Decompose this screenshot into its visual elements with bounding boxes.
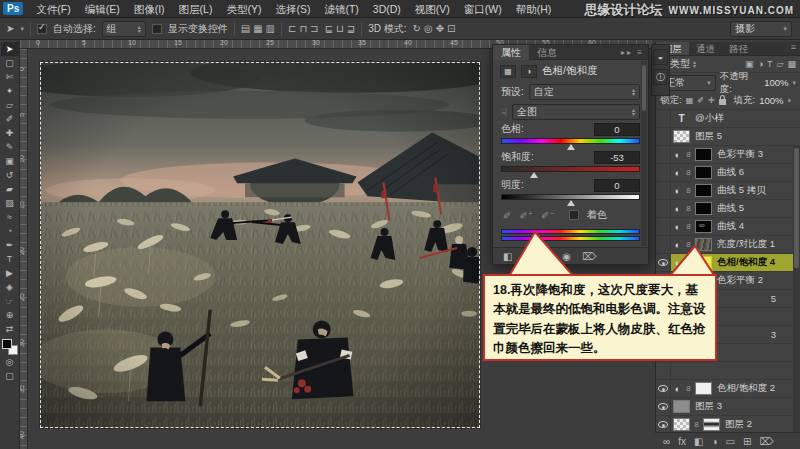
document-photo[interactable] bbox=[40, 62, 480, 428]
layer-name[interactable]: 图层 5 bbox=[695, 130, 722, 143]
align-icon-2[interactable]: ⊐ bbox=[310, 23, 318, 34]
filter-kind-icon-4[interactable]: ▩ bbox=[787, 59, 796, 69]
menu-item-3[interactable]: 图层(L) bbox=[172, 0, 220, 18]
brush-tool[interactable]: ✎ bbox=[1, 140, 19, 154]
eraser-tool[interactable]: ▰ bbox=[1, 182, 19, 196]
zoom-tool[interactable]: ⊕ bbox=[1, 308, 19, 322]
distribute-icon-1[interactable]: ⊔ bbox=[336, 23, 344, 34]
eyedropper-add-icon[interactable]: ✐⁺ bbox=[519, 210, 533, 221]
saturation-slider-handle[interactable] bbox=[530, 172, 538, 178]
layer-name[interactable]: 图层 3 bbox=[695, 400, 722, 413]
add-mask-icon[interactable]: ◧ bbox=[694, 436, 703, 447]
hue-slider-handle[interactable] bbox=[567, 144, 575, 150]
new-group-icon[interactable]: ▭ bbox=[725, 436, 734, 447]
layer-row[interactable]: ◐8曲线 5 拷贝 bbox=[656, 182, 800, 200]
quick-mask-icon[interactable]: ◎ bbox=[1, 355, 19, 369]
filter-kind-icon-3[interactable]: ▱ bbox=[777, 59, 784, 69]
menu-item-2[interactable]: 图像(I) bbox=[127, 0, 172, 18]
layer-mask-thumbnail[interactable] bbox=[695, 202, 712, 215]
auto-select-dropdown[interactable]: 组 ▴▾ bbox=[102, 21, 146, 37]
channel-dropdown[interactable]: 全图 ▴▾ bbox=[512, 104, 640, 120]
layer-row[interactable]: ◐8亮度/对比度 1 bbox=[656, 236, 800, 254]
layer-row-fragment[interactable] bbox=[656, 362, 800, 380]
layer-mask-thumbnail[interactable]: ∞ bbox=[695, 220, 712, 233]
previous-state-icon[interactable]: ⊙ bbox=[523, 251, 531, 262]
layer-name[interactable]: 曲线 6 bbox=[717, 166, 744, 179]
layer-visibility-toggle[interactable] bbox=[656, 200, 671, 217]
opacity-value[interactable]: 100% bbox=[764, 77, 788, 88]
lock-transparency-icon[interactable]: ▦ bbox=[686, 96, 694, 105]
menu-item-10[interactable]: 帮助(H) bbox=[509, 0, 559, 18]
adjustments-panel-icon[interactable]: ◒ bbox=[653, 49, 668, 65]
preset-dropdown[interactable]: 自定 ▴▾ bbox=[529, 84, 640, 100]
gradient-tool[interactable]: ▧ bbox=[1, 196, 19, 210]
move-tool[interactable]: ➤ bbox=[1, 42, 19, 56]
layer-row[interactable]: ◐8曲线 6 bbox=[656, 164, 800, 182]
layer-row[interactable]: ◐8色相/饱和度 2 bbox=[656, 380, 800, 398]
layer-thumbnail[interactable] bbox=[673, 130, 690, 143]
screen-mode-icon[interactable]: ▢ bbox=[1, 369, 19, 383]
link-layers-icon[interactable]: ∞ bbox=[663, 436, 670, 447]
saturation-slider[interactable] bbox=[501, 164, 640, 176]
menu-item-4[interactable]: 类型(Y) bbox=[219, 0, 268, 18]
delete-layer-icon[interactable]: ⌦ bbox=[759, 436, 773, 447]
layer-row[interactable]: ◐8曲线 5 bbox=[656, 200, 800, 218]
path-select-tool[interactable]: ▶ bbox=[1, 266, 19, 280]
tool-preset-arrow-icon[interactable]: ▾ bbox=[20, 25, 24, 33]
layer-visibility-toggle[interactable] bbox=[656, 416, 671, 433]
layer-name[interactable]: 曲线 4 bbox=[717, 220, 744, 233]
history-brush-tool[interactable]: ↺ bbox=[1, 168, 19, 182]
panel-menu-icon[interactable]: ≡ bbox=[791, 42, 800, 55]
layer-mask-thumbnail[interactable] bbox=[695, 166, 712, 179]
show-transform-checkbox[interactable] bbox=[152, 24, 162, 34]
marquee-tool[interactable]: ▢ bbox=[1, 56, 19, 70]
layer-name[interactable]: 色相/饱和度 2 bbox=[717, 382, 775, 395]
hand-tool[interactable]: ☞ bbox=[1, 294, 19, 308]
lasso-tool[interactable]: ✄ bbox=[1, 70, 19, 84]
layer-mask-thumbnail[interactable] bbox=[695, 148, 712, 161]
swap-colors-icon[interactable]: ⇄ bbox=[1, 322, 19, 336]
lock-position-icon[interactable]: ✛ bbox=[708, 96, 715, 105]
foreground-color[interactable] bbox=[2, 339, 12, 349]
layer-row[interactable]: T@小样 bbox=[656, 110, 800, 128]
layer-style-icon[interactable]: fx bbox=[678, 436, 686, 447]
layer-row[interactable]: ◐8∞曲线 4 bbox=[656, 218, 800, 236]
layer-mask-thumbnail[interactable] bbox=[695, 238, 712, 251]
hue-slider[interactable] bbox=[501, 136, 640, 148]
lightness-slider-handle[interactable] bbox=[567, 200, 575, 206]
new-adjustment-layer-icon[interactable]: ◑ bbox=[711, 436, 717, 447]
layer-row[interactable]: ◐8色相/饱和度 4 bbox=[656, 254, 800, 272]
filter-kind-icon-2[interactable]: T bbox=[767, 59, 773, 69]
filter-type-label[interactable]: 类型 bbox=[670, 57, 690, 71]
layer-visibility-toggle[interactable] bbox=[656, 362, 671, 379]
menu-item-6[interactable]: 滤镜(T) bbox=[317, 0, 365, 18]
layer-mask-thumbnail[interactable] bbox=[695, 256, 712, 269]
layer-name[interactable]: 亮度/对比度 1 bbox=[717, 238, 775, 251]
filter-kind-icon-0[interactable]: ▣ bbox=[745, 59, 754, 69]
layer-name[interactable]: 色彩平衡 2 bbox=[717, 274, 763, 287]
lightness-slider[interactable] bbox=[501, 192, 640, 204]
layer-row[interactable]: 图层 5 bbox=[656, 128, 800, 146]
new-layer-icon[interactable]: ⊞ bbox=[743, 436, 751, 447]
mode-3d-icon-0[interactable]: ↻ bbox=[413, 23, 421, 34]
lock-pixels-icon[interactable]: ✐ bbox=[697, 96, 704, 105]
arrange-icon-2[interactable]: ▥ bbox=[266, 23, 275, 34]
clip-indicator-icon[interactable]: ▦ bbox=[500, 65, 516, 78]
colorize-checkbox[interactable] bbox=[569, 210, 579, 220]
auto-select-checkbox[interactable] bbox=[37, 24, 47, 34]
panel-collapse-icon[interactable]: ▸▸ ≡ bbox=[621, 48, 648, 57]
vertical-ruler[interactable]: 0510152025303540 bbox=[20, 49, 28, 449]
layer-mask-thumbnail[interactable] bbox=[695, 184, 712, 197]
tab-paths[interactable]: 路径 bbox=[722, 42, 755, 55]
align-icon-1[interactable]: ⊓ bbox=[299, 23, 307, 34]
layer-name[interactable]: 色相/饱和度 4 bbox=[717, 256, 775, 269]
dodge-tool[interactable]: ◔ bbox=[1, 224, 19, 238]
fill-arrow-icon[interactable]: ▾ bbox=[788, 97, 792, 105]
healing-brush-tool[interactable]: ✚ bbox=[1, 126, 19, 140]
menu-item-0[interactable]: 文件(F) bbox=[29, 0, 77, 18]
layer-visibility-toggle[interactable] bbox=[656, 146, 671, 163]
clone-stamp-tool[interactable]: ▣ bbox=[1, 154, 19, 168]
layer-thumbnail[interactable] bbox=[673, 400, 690, 413]
tab-info[interactable]: 信息 bbox=[529, 45, 565, 60]
workspace-switcher[interactable]: 摄影 ▾ bbox=[730, 21, 792, 37]
